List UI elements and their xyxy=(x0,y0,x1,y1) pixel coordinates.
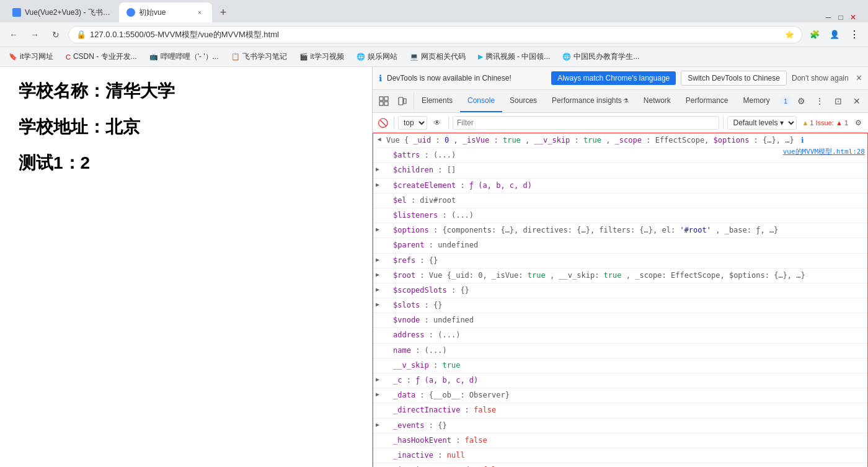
forward-button[interactable]: → xyxy=(26,26,43,43)
console-entry-options[interactable]: ▶ $options : {components: {…}, directive… xyxy=(373,223,867,238)
console-entry-name[interactable]: name : (...) xyxy=(373,344,867,358)
maximize-button[interactable]: □ xyxy=(836,12,846,22)
bookmark-china-edu[interactable]: 🌐 中国民办教育学生... xyxy=(559,50,643,63)
console-entry-parent[interactable]: $parent : undefined xyxy=(373,238,867,253)
console-entry-vnode-dollar[interactable]: $vnode : undefined xyxy=(373,313,867,328)
expand-arrow-c[interactable]: ▶ xyxy=(376,375,379,385)
console-entry-inactive[interactable]: _inactive : null xyxy=(373,448,867,463)
console-entry-scopedslots[interactable]: ▶ $scopedSlots : {} xyxy=(373,283,867,298)
tab-init-vue[interactable]: 初始vue × xyxy=(119,2,212,22)
dt-tab-memory-label: Memory xyxy=(743,96,770,105)
dt-tab-sources[interactable]: Sources xyxy=(502,90,544,112)
extensions-btn[interactable]: 🧩 xyxy=(806,26,823,43)
notification-close-btn[interactable]: × xyxy=(856,73,862,84)
account-btn[interactable]: 👤 xyxy=(826,26,843,43)
expand-arrow-slots[interactable]: ▶ xyxy=(376,300,379,309)
bookmark-webcode[interactable]: 💻 网页相关代码 xyxy=(406,50,469,63)
bookmark-bilibili[interactable]: 📺 哔哩哔哩（'- '）... xyxy=(146,50,223,63)
console-entry-directinactive[interactable]: _directInactive : false xyxy=(373,403,867,418)
expand-arrow-children[interactable]: ▶ xyxy=(376,164,379,174)
console-entry-slots[interactable]: ▶ $slots : {} xyxy=(373,298,867,313)
console-entry-hashookevent[interactable]: _hasHookEvent : false xyxy=(373,434,867,448)
console-level-select[interactable]: Default levels ▾ xyxy=(727,116,797,130)
devtools-tabs-toolbar: Elements Console Sources Performance ins… xyxy=(373,90,868,113)
bookmark-entertainment[interactable]: 🌐 娱乐网站 xyxy=(353,50,401,63)
issue-badge-text: 1 Issue: ▲ 1 xyxy=(810,119,848,127)
console-entry-isbeingdestroyed[interactable]: _isBeingDestroyed : false xyxy=(373,463,867,467)
tab-vue-docs[interactable]: Vue(Vue2+Vue3) - 飞书云文档 xyxy=(5,2,119,22)
console-entry-refs[interactable]: ▶ $refs : {} xyxy=(373,254,867,269)
expand-arrow-root[interactable]: ▶ xyxy=(376,270,379,280)
bookmark-csdn[interactable]: C CSDN - 专业开发... xyxy=(62,50,141,63)
devtools-toolbar-left xyxy=(373,92,414,110)
always-match-language-btn[interactable]: Always match Chrome's language xyxy=(551,71,676,85)
bookmark-icon-8: ▶ xyxy=(478,53,483,61)
settings-btn[interactable]: ⋮ xyxy=(846,26,863,43)
expand-arrow-scopedslots[interactable]: ▶ xyxy=(376,285,379,295)
dt-badge-count: 1 xyxy=(780,97,791,105)
console-entry-el[interactable]: $el : div#root xyxy=(373,193,867,208)
toolbar-separator-1 xyxy=(394,117,394,129)
close-button[interactable]: ✕ xyxy=(848,12,858,22)
console-clear-btn[interactable]: 🚫 xyxy=(375,115,390,130)
minimize-button[interactable]: ─ xyxy=(823,12,833,22)
dt-tab-performance[interactable]: Performance xyxy=(678,90,736,112)
dont-show-again-btn[interactable]: Don't show again xyxy=(792,74,849,82)
bookmark-tencent-video[interactable]: ▶ 腾讯视频 - 中国领... xyxy=(474,50,554,63)
page-content: 学校名称：清华大学 学校地址：北京 测试1：2 xyxy=(0,67,372,467)
bookmark-label-6: 娱乐网站 xyxy=(368,51,397,62)
new-tab-button[interactable]: + xyxy=(215,4,232,21)
bookmark-it-study[interactable]: 🔖 it学习网址 xyxy=(5,50,57,63)
dt-dock-btn[interactable]: ⊡ xyxy=(830,92,847,110)
expand-arrow-data[interactable]: ▶ xyxy=(376,389,379,399)
console-entry-children[interactable]: ▶ $children : [] xyxy=(373,163,867,178)
devtools-toolbar-right: 1 ⚙ ⋮ ⊡ ✕ xyxy=(777,92,868,110)
console-filter-input[interactable] xyxy=(453,116,719,130)
entry-info-icon[interactable]: ℹ xyxy=(801,136,804,145)
console-eye-btn[interactable]: 👁 xyxy=(430,115,445,130)
expand-arrow-refs[interactable]: ▶ xyxy=(376,255,379,265)
url-bar[interactable]: 🔒 127.0.0.1:5500/05-MVVM模型/vue的MVVM模型.ht… xyxy=(68,26,802,43)
expand-arrow-main[interactable]: ▼ xyxy=(374,138,384,141)
dt-more-btn[interactable]: ⋮ xyxy=(811,92,828,110)
console-entry-address[interactable]: address : (...) xyxy=(373,328,867,343)
dt-settings-btn[interactable]: ⚙ xyxy=(792,92,810,110)
console-settings-btn[interactable]: ⚙ xyxy=(851,115,866,130)
console-issue-badge: ▲ 1 Issue: ▲ 1 xyxy=(802,119,848,127)
console-entry-root[interactable]: ▶ $root : Vue {_uid: 0, _isVue: true , _… xyxy=(373,269,867,283)
console-entry-attrs[interactable]: $attrs : (...) xyxy=(373,148,867,163)
notification-text: DevTools is now available in Chinese! xyxy=(387,74,546,82)
device-toolbar-btn[interactable] xyxy=(394,92,411,110)
console-entry-createelement[interactable]: ▶ $createElement : ƒ (a, b, c, d) xyxy=(373,179,867,193)
console-context-select[interactable]: top xyxy=(398,116,427,130)
switch-to-chinese-btn[interactable]: Switch DevTools to Chinese xyxy=(681,71,787,86)
dt-tab-performance-insights[interactable]: Performance insights ⚗ xyxy=(544,90,636,112)
back-button[interactable]: ← xyxy=(5,26,22,43)
console-entry-listeners[interactable]: $listeners : (...) xyxy=(373,208,867,223)
address-bar: ← → ↻ 🔒 127.0.0.1:5500/05-MVVM模型/vue的MVV… xyxy=(0,22,868,47)
refresh-button[interactable]: ↻ xyxy=(47,26,64,43)
console-entry-main[interactable]: ▼ Vue { _uid : 0 , _isVue : true , __v_s… xyxy=(373,133,867,148)
dt-close-btn[interactable]: ✕ xyxy=(848,92,866,110)
bookmark-it-video[interactable]: 🎬 it学习视频 xyxy=(296,50,348,63)
dt-tab-network[interactable]: Network xyxy=(636,90,678,112)
expand-arrow-options[interactable]: ▶ xyxy=(376,225,379,234)
bookmark-icon-7: 💻 xyxy=(410,53,418,61)
bookmark-icon-9: 🌐 xyxy=(562,53,571,61)
console-entry-vskip[interactable]: __v_skip : true xyxy=(373,358,867,373)
bookmark-label-4: 飞书学习笔记 xyxy=(242,51,287,62)
bookmark-feishu[interactable]: 📋 飞书学习笔记 xyxy=(228,50,291,63)
expand-arrow-events[interactable]: ▶ xyxy=(376,420,379,430)
dt-tab-console[interactable]: Console xyxy=(460,90,502,112)
tab-close-2[interactable]: × xyxy=(195,7,205,17)
dt-tab-elements[interactable]: Elements xyxy=(414,90,460,112)
devtools-tabs: Elements Console Sources Performance ins… xyxy=(414,90,777,112)
dt-tab-memory[interactable]: Memory xyxy=(736,90,777,112)
bookmark-label-9: 中国民办教育学生... xyxy=(574,51,639,62)
console-output: ▼ Vue { _uid : 0 , _isVue : true , __v_s… xyxy=(373,133,868,467)
console-entry-events[interactable]: ▶ _events : {} xyxy=(373,419,867,434)
expand-arrow-createelement[interactable]: ▶ xyxy=(376,180,379,190)
console-entry-data[interactable]: ▶ _data : {__ob__: Observer} xyxy=(373,388,867,403)
console-entry-c[interactable]: ▶ _c : ƒ (a, b, c, d) xyxy=(373,373,867,388)
inspect-element-btn[interactable] xyxy=(375,92,392,110)
